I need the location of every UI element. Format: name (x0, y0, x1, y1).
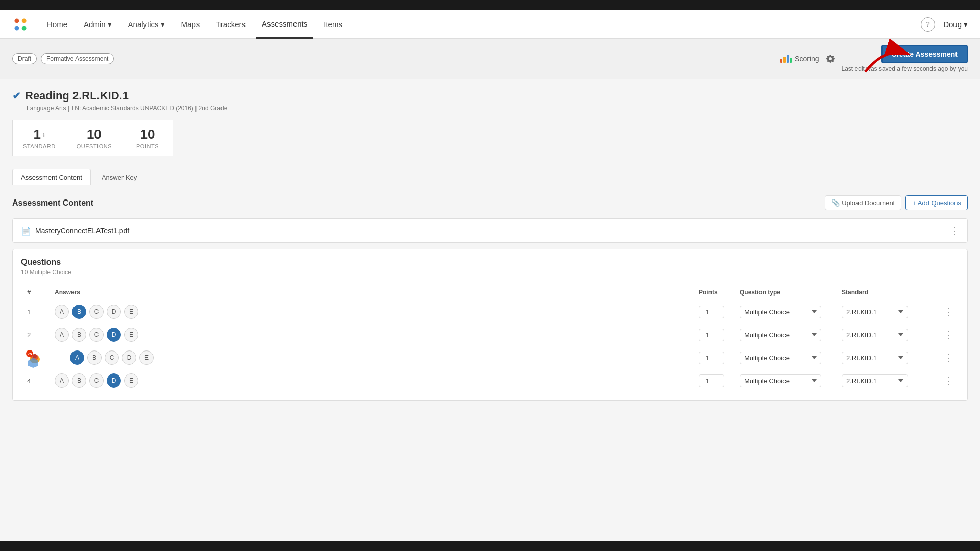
stat-points: 10 POINTS (122, 120, 173, 156)
answer-a[interactable]: A (70, 350, 84, 365)
standard-cell: 2.RI.KID.1 (836, 300, 938, 323)
standard-select[interactable]: 2.RI.KID.1 (842, 374, 908, 387)
stat-questions: 10 QUESTIONS (66, 120, 122, 156)
answer-a[interactable]: A (55, 328, 69, 342)
stat-questions-label: QUESTIONS (77, 143, 112, 149)
scoring-button[interactable]: Scoring (780, 55, 819, 63)
type-cell: Multiple Choice (733, 323, 836, 346)
type-cell: Multiple Choice (733, 300, 836, 323)
answer-d[interactable]: D (107, 328, 121, 342)
stat-standard: 1 ℹ STANDARD (12, 120, 66, 156)
info-icon[interactable]: ℹ (43, 132, 45, 139)
stat-points-value: 10 (133, 127, 162, 142)
row-menu-icon[interactable]: ⋮ (944, 353, 953, 363)
question-type-select[interactable]: Multiple Choice (740, 374, 821, 387)
nav-trackers[interactable]: Trackers (210, 10, 252, 39)
header-right-col: Create Assessment Last edit was saved a … (842, 45, 968, 72)
row-menu-icon[interactable]: ⋮ (944, 375, 953, 386)
last-edit-text: Last edit was saved a few seconds ago by… (842, 65, 968, 72)
question-type-select[interactable]: Multiple Choice (740, 306, 821, 318)
standard-select[interactable]: 2.RI.KID.1 (842, 329, 908, 341)
answer-e[interactable]: E (124, 373, 138, 388)
answer-e[interactable]: E (124, 328, 138, 342)
answer-e[interactable]: E (139, 350, 154, 365)
answer-a[interactable]: A (55, 305, 69, 319)
create-assessment-button[interactable]: Create Assessment (881, 45, 968, 63)
answer-d[interactable]: D (122, 350, 136, 365)
answer-d[interactable]: D (107, 305, 121, 319)
main-content: ✔ Reading 2.RL.KID.1 Language Arts | TN:… (0, 79, 980, 411)
logo[interactable] (12, 16, 29, 33)
answer-d[interactable]: D (107, 373, 121, 388)
page-header: Draft Formative Assessment Scoring (0, 39, 980, 79)
section-title: Assessment Content (12, 198, 825, 208)
points-input[interactable] (699, 329, 724, 341)
stat-points-label: POINTS (133, 143, 162, 149)
row-menu-cell: ⋮ (938, 346, 959, 369)
col-header-points: Points (693, 284, 733, 300)
file-name: MasteryConnectELATest1.pdf (35, 227, 946, 235)
answer-b[interactable]: B (72, 328, 86, 342)
assessment-title-row: ✔ Reading 2.RL.KID.1 (12, 89, 968, 103)
col-header-standard: Standard (836, 284, 938, 300)
answers-cell: A B C D E (48, 346, 693, 369)
answer-b[interactable]: B (72, 305, 86, 319)
points-input[interactable] (699, 306, 724, 318)
answer-b[interactable]: B (87, 350, 102, 365)
svg-point-1 (22, 18, 27, 23)
standard-select[interactable]: 2.RI.KID.1 (842, 352, 908, 364)
answers-cell: A B C D E (48, 300, 693, 323)
stats-row: 1 ℹ STANDARD 10 QUESTIONS 10 POINTS (12, 120, 968, 156)
table-row: 4 A B C D E (21, 369, 959, 392)
upload-document-button[interactable]: 📎 Upload Document (825, 195, 901, 210)
question-type-select[interactable]: Multiple Choice (740, 352, 821, 364)
scoring-chart-icon (780, 55, 792, 63)
nav-analytics[interactable]: Analytics ▾ (122, 10, 171, 39)
nav-maps[interactable]: Maps (175, 10, 206, 39)
answer-a[interactable]: A (55, 373, 69, 388)
page-header-wrapper: Draft Formative Assessment Scoring (0, 39, 980, 79)
points-input[interactable] (699, 374, 724, 387)
assessment-title: Reading 2.RL.KID.1 (25, 89, 129, 103)
help-icon[interactable]: ? (921, 17, 935, 32)
table-row: 1 A B C D E (21, 300, 959, 323)
stat-standard-value: 1 (34, 127, 41, 142)
standard-select[interactable]: 2.RI.KID.1 (842, 306, 908, 318)
questions-card: Questions 10 Multiple Choice # Answers P… (12, 249, 968, 401)
points-cell (693, 346, 733, 369)
standard-cell: 2.RI.KID.1 (836, 323, 938, 346)
check-icon: ✔ (12, 90, 21, 102)
svg-point-0 (14, 18, 19, 23)
answer-c[interactable]: C (89, 305, 104, 319)
answer-c[interactable]: C (89, 373, 104, 388)
question-num: 25 (21, 346, 48, 369)
file-menu-icon[interactable]: ⋮ (950, 225, 959, 236)
answer-c[interactable]: C (105, 350, 119, 365)
row-menu-icon[interactable]: ⋮ (944, 330, 953, 340)
row-menu-cell: ⋮ (938, 300, 959, 323)
table-row: 25 A B (21, 346, 959, 369)
scoring-label: Scoring (795, 55, 819, 63)
nav-admin[interactable]: Admin ▾ (78, 10, 118, 39)
points-cell (693, 300, 733, 323)
answer-c[interactable]: C (89, 328, 104, 342)
answer-e[interactable]: E (124, 305, 138, 319)
nav-home[interactable]: Home (41, 10, 74, 39)
user-menu[interactable]: Doug ▾ (943, 20, 968, 29)
type-cell: Multiple Choice (733, 369, 836, 392)
user-chevron-icon: ▾ (964, 20, 968, 29)
chevron-down-icon: ▾ (161, 20, 165, 29)
tab-answer-key[interactable]: Answer Key (93, 169, 145, 185)
points-input[interactable] (699, 352, 724, 364)
svg-marker-8 (28, 358, 38, 368)
points-cell (693, 323, 733, 346)
nav-items[interactable]: Items (317, 10, 349, 39)
nav-assessments[interactable]: Assessments (256, 10, 313, 39)
col-header-answers: Answers (48, 284, 693, 300)
answer-b[interactable]: B (72, 373, 86, 388)
question-type-select[interactable]: Multiple Choice (740, 329, 821, 341)
row-menu-icon[interactable]: ⋮ (944, 307, 953, 317)
tab-assessment-content[interactable]: Assessment Content (12, 169, 91, 185)
settings-icon[interactable] (825, 54, 836, 64)
add-questions-button[interactable]: + Add Questions (905, 195, 968, 210)
